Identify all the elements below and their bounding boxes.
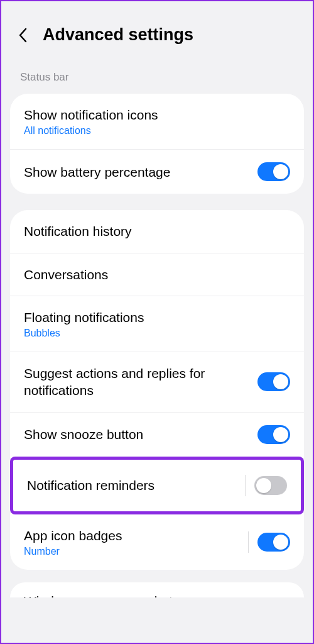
row-wireless-emergency-partial[interactable]: Wireless emergency alerts: [10, 582, 304, 597]
vertical-divider: [245, 475, 246, 496]
row-conversations[interactable]: Conversations: [10, 253, 304, 296]
card-notifications: Notification history Conversations Float…: [10, 210, 304, 457]
row-sub: Bubbles: [24, 328, 283, 339]
card-status-bar: Show notification icons All notification…: [10, 94, 304, 194]
row-sub: All notifications: [24, 125, 283, 136]
toggle-suggest-actions[interactable]: [257, 372, 290, 391]
row-title: Conversations: [24, 266, 283, 283]
row-show-notification-icons[interactable]: Show notification icons All notification…: [10, 94, 304, 149]
vertical-divider: [248, 531, 249, 553]
row-title: Notification reminders: [27, 477, 237, 494]
card-notifications-cont: App icon badges Number: [10, 513, 304, 570]
page-title: Advanced settings: [43, 25, 193, 45]
header: Advanced settings: [1, 1, 313, 60]
row-show-snooze-button[interactable]: Show snooze button: [10, 412, 304, 457]
row-show-battery-percentage[interactable]: Show battery percentage: [10, 149, 304, 194]
highlighted-row: Notification reminders: [10, 457, 304, 514]
row-title: Show notification icons: [24, 106, 283, 123]
toggle-notification-reminders[interactable]: [254, 476, 287, 495]
row-title: App icon badges: [24, 527, 241, 544]
row-floating-notifications[interactable]: Floating notifications Bubbles: [10, 296, 304, 352]
toggle-snooze-button[interactable]: [257, 425, 290, 444]
row-title: Notification history: [24, 223, 283, 240]
row-title: Show snooze button: [24, 426, 250, 443]
row-notification-history[interactable]: Notification history: [10, 210, 304, 252]
row-suggest-actions[interactable]: Suggest actions and replies for notifica…: [10, 352, 304, 412]
row-title: Floating notifications: [24, 309, 283, 326]
row-title: Wireless emergency alerts: [24, 594, 290, 597]
toggle-battery-percentage[interactable]: [257, 162, 290, 181]
row-notification-reminders[interactable]: Notification reminders: [13, 460, 301, 511]
row-title: Suggest actions and replies for notifica…: [24, 365, 250, 399]
row-app-icon-badges[interactable]: App icon badges Number: [10, 514, 304, 570]
toggle-app-icon-badges[interactable]: [257, 533, 290, 552]
row-sub: Number: [24, 546, 241, 557]
back-icon[interactable]: [16, 28, 30, 42]
row-title: Show battery percentage: [24, 164, 250, 180]
section-label-status-bar: Status bar: [1, 60, 313, 90]
